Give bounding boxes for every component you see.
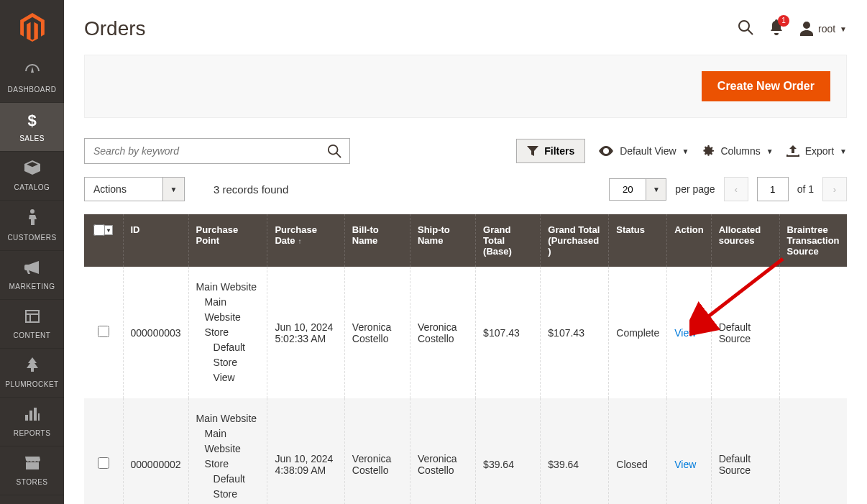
tree-icon [25, 357, 40, 376]
cell-date: Jun 10, 2024 4:38:09 AM [267, 398, 344, 504]
meta-row: Actions ▼ 3 records found ▼ per page ‹ o… [84, 177, 847, 201]
cell-action: View [667, 398, 711, 504]
cell-allocated: Default Source [711, 267, 779, 398]
nav-customers[interactable]: CUSTOMERS [0, 201, 64, 251]
bulk-actions-dropdown[interactable]: Actions ▼ [84, 177, 185, 201]
cell-bill-to: Veronica Costello [344, 398, 410, 504]
user-menu[interactable]: root ▼ [799, 22, 847, 36]
nav-dashboard[interactable]: DASHBOARD [0, 54, 64, 103]
chevron-down-icon: ▼ [840, 25, 847, 33]
cell-gt-purchased: $107.43 [541, 267, 609, 398]
per-page-label: per page [675, 183, 715, 195]
cell-purchase-point: Main Website Main Website Store Default … [188, 267, 267, 398]
notifications-icon[interactable]: 1 [769, 19, 784, 39]
box-icon [24, 160, 40, 179]
search-icon[interactable] [738, 19, 753, 39]
notification-badge: 1 [778, 15, 789, 27]
table-row: 000000003 Main Website Main Website Stor… [84, 267, 847, 398]
cell-id: 000000003 [123, 267, 188, 398]
toolbar: Filters Default View ▼ Columns ▼ Export … [84, 138, 847, 164]
view-link[interactable]: View [674, 459, 696, 470]
col-gt-purchased[interactable]: Grand Total (Purchased) [541, 214, 609, 267]
user-icon [799, 22, 814, 36]
page-size-input[interactable] [609, 178, 646, 201]
funnel-icon [527, 146, 538, 156]
cell-braintree [779, 267, 847, 398]
page-size: ▼ [609, 178, 666, 201]
logo[interactable] [0, 0, 64, 54]
page-title: Orders [84, 17, 146, 40]
nav-stores[interactable]: STORES [0, 446, 64, 495]
svg-line-1 [748, 29, 753, 35]
cell-status: Closed [609, 398, 667, 504]
chevron-down-icon: ▼ [840, 147, 847, 155]
nav-sales[interactable]: $ SALES [0, 103, 64, 152]
layout-icon [25, 308, 40, 327]
nav-marketing[interactable]: MARKETING [0, 251, 64, 300]
prev-page-button[interactable]: ‹ [724, 177, 748, 201]
columns-dropdown[interactable]: Columns ▼ [702, 145, 773, 157]
create-new-order-button[interactable]: Create New Order [702, 71, 830, 101]
storefront-icon [24, 455, 40, 474]
cell-date: Jun 10, 2024 5:02:33 AM [267, 267, 344, 398]
gear-icon [702, 145, 715, 157]
export-dropdown[interactable]: Export ▼ [786, 145, 847, 157]
page-header: Orders 1 root ▼ [84, 0, 847, 47]
action-bar: Create New Order [84, 55, 847, 118]
cell-gt-purchased: $39.64 [541, 398, 609, 504]
search-input[interactable] [85, 139, 319, 163]
sidebar: DASHBOARD $ SALES CATALOG CUSTOMERS MARK… [0, 0, 64, 504]
chevron-down-icon[interactable]: ▾ [104, 225, 113, 235]
nav-catalog[interactable]: CATALOG [0, 152, 64, 201]
col-action[interactable]: Action [667, 214, 711, 267]
dollar-icon: $ [27, 111, 36, 130]
cell-status: Complete [609, 267, 667, 398]
table-row: 000000002 Main Website Main Website Stor… [84, 398, 847, 504]
cell-bill-to: Veronica Costello [344, 267, 410, 398]
col-ship-to[interactable]: Ship-to Name [410, 214, 475, 267]
col-purchase-point[interactable]: Purchase Point [188, 214, 267, 267]
chevron-down-icon[interactable]: ▼ [646, 178, 666, 201]
filters-button[interactable]: Filters [516, 139, 585, 163]
export-icon [786, 145, 799, 157]
col-id[interactable]: ID [123, 214, 188, 267]
cell-gt-base: $39.64 [476, 398, 541, 504]
nav-plumrocket[interactable]: PLUMROCKET [0, 349, 64, 398]
cell-purchase-point: Main Website Main Website Store Default … [188, 398, 267, 504]
nav-system[interactable]: SYSTEM [0, 495, 64, 504]
col-status[interactable]: Status [609, 214, 667, 267]
row-checkbox[interactable] [98, 457, 109, 469]
col-bill-to[interactable]: Bill-to Name [344, 214, 410, 267]
records-found: 3 records found [214, 183, 288, 196]
col-gt-base[interactable]: Grand Total (Base) [476, 214, 541, 267]
chevron-down-icon: ▼ [682, 147, 689, 155]
bars-icon [25, 406, 40, 425]
col-select[interactable]: ▾ [84, 214, 123, 267]
nav-content[interactable]: CONTENT [0, 300, 64, 349]
svg-point-0 [739, 21, 749, 31]
cell-ship-to: Veronica Costello [410, 267, 475, 398]
view-link[interactable]: View [674, 327, 696, 339]
chevron-down-icon[interactable]: ▼ [163, 177, 185, 201]
cell-gt-base: $107.43 [476, 267, 541, 398]
megaphone-icon [24, 260, 40, 278]
col-purchase-date[interactable]: Purchase Date [267, 214, 344, 267]
cell-allocated: Default Source [711, 398, 779, 504]
search-button[interactable] [319, 139, 349, 163]
page-number-input[interactable] [757, 177, 789, 201]
eye-icon [598, 146, 614, 156]
chevron-down-icon: ▼ [766, 147, 774, 155]
nav-reports[interactable]: REPORTS [0, 398, 64, 446]
total-pages-label: of 1 [797, 183, 814, 195]
magento-logo-icon [19, 13, 45, 42]
default-view-dropdown[interactable]: Default View ▼ [598, 145, 689, 157]
search-wrap [84, 138, 350, 164]
person-icon [27, 209, 37, 229]
next-page-button[interactable]: › [822, 177, 847, 201]
col-allocated[interactable]: Allocated sources [711, 214, 779, 267]
row-checkbox[interactable] [98, 326, 109, 337]
svg-point-2 [329, 145, 338, 155]
cell-action: View [667, 267, 711, 398]
col-braintree[interactable]: Braintree Transaction Source [779, 214, 847, 267]
select-all-checkbox[interactable] [93, 224, 105, 236]
